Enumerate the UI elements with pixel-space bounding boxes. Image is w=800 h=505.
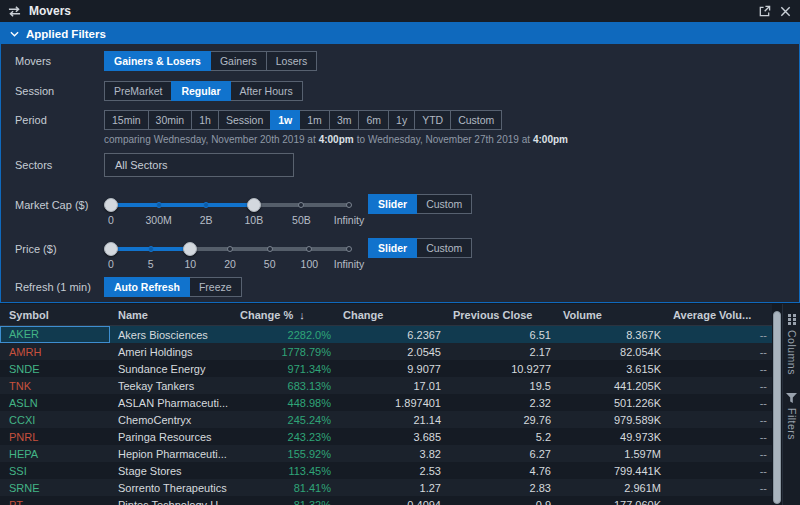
change-pct-cell: 448.98% — [232, 397, 335, 409]
symbol-cell: CCXI — [0, 414, 110, 426]
option-1y[interactable]: 1y — [388, 110, 415, 130]
slider-tick-label: 20 — [224, 258, 236, 270]
table-row-pnrl[interactable]: PNRLParinga Resources243.23%3.6855.249.9… — [0, 428, 772, 445]
vertical-scrollbar[interactable] — [772, 304, 782, 505]
change-cell: 9.9077 — [335, 363, 445, 375]
volume-cell: 979.589K — [555, 414, 665, 426]
average-volume-cell: -- — [665, 363, 771, 375]
slider-tick-label: 10 — [184, 258, 196, 270]
symbol-cell: SNDE — [0, 363, 110, 375]
title-bar: Movers — [0, 0, 800, 22]
table-row-snde[interactable]: SNDESundance Energy971.34%9.907710.92773… — [0, 360, 772, 377]
column-header-volume[interactable]: Volume — [555, 309, 665, 321]
column-header-name[interactable]: Name — [110, 309, 232, 321]
change-cell: 1.897401 — [335, 397, 445, 409]
table-row-asln[interactable]: ASLNASLAN Pharmaceuti...448.98%1.8974012… — [0, 394, 772, 411]
option-custom[interactable]: Custom — [416, 194, 472, 214]
column-header-change[interactable]: Change — [335, 309, 445, 321]
option-slider[interactable]: Slider — [368, 194, 417, 214]
slider-handle[interactable] — [104, 198, 118, 212]
column-header-change-[interactable]: Change %↓ — [232, 309, 335, 321]
option-after-hours[interactable]: After Hours — [230, 81, 303, 101]
table-row-hepa[interactable]: HEPAHepion Pharmaceuti...155.92%3.826.27… — [0, 445, 772, 462]
slider-handle[interactable] — [247, 198, 261, 212]
option-regular[interactable]: Regular — [171, 81, 230, 101]
option-1w[interactable]: 1w — [270, 110, 300, 130]
table-row-ssi[interactable]: SSIStage Stores113.45%2.534.76799.441K-- — [0, 462, 772, 479]
volume-cell: 799.441K — [555, 465, 665, 477]
table-row-pt[interactable]: PTPintec Technology H...81.32%0.40940.91… — [0, 496, 772, 505]
slider-tick-label: 0 — [108, 214, 114, 226]
slider-handle[interactable] — [183, 242, 197, 256]
slider-tick — [298, 202, 304, 208]
option-6m[interactable]: 6m — [358, 110, 389, 130]
name-cell: Paringa Resources — [110, 431, 232, 443]
open-in-window-icon[interactable] — [758, 5, 771, 18]
option-premarket[interactable]: PreMarket — [104, 81, 172, 101]
option-slider[interactable]: Slider — [368, 238, 417, 258]
applied-filters-header[interactable]: Applied Filters — [1, 23, 799, 44]
columns-tab-label: Columns — [786, 330, 798, 375]
slider-tick — [346, 202, 352, 208]
table-row-amrh[interactable]: AMRHAmeri Holdings1778.79%2.05452.1782.0… — [0, 343, 772, 360]
sectors-value: All Sectors — [115, 159, 168, 171]
option-ytd[interactable]: YTD — [414, 110, 451, 130]
previous-close-cell: 10.9277 — [445, 363, 555, 375]
sectors-label: Sectors — [15, 159, 104, 171]
option-auto-refresh[interactable]: Auto Refresh — [104, 277, 190, 297]
movers-filter-row: Movers Gainers & LosersGainersLosers — [15, 51, 791, 71]
change-pct-cell: 683.13% — [232, 380, 335, 392]
option-gainers-losers[interactable]: Gainers & Losers — [104, 51, 211, 71]
option-gainers[interactable]: Gainers — [210, 51, 267, 71]
table-row-aker[interactable]: AKERAkers Biosciences2282.0%6.23676.518.… — [0, 326, 772, 343]
option-losers[interactable]: Losers — [266, 51, 318, 71]
average-volume-cell: -- — [665, 414, 771, 426]
slider-tick — [203, 202, 209, 208]
change-cell: 21.14 — [335, 414, 445, 426]
option-freeze[interactable]: Freeze — [189, 277, 242, 297]
change-pct-cell: 245.24% — [232, 414, 335, 426]
movers-window: Movers Applied Filters Movers Gainers & … — [0, 0, 800, 505]
market-cap-slider[interactable]: 0300M2B10B50BInfinity — [104, 194, 356, 228]
period-label: Period — [15, 114, 104, 126]
price-slider[interactable]: 05102050100Infinity — [104, 238, 356, 272]
column-header-symbol[interactable]: Symbol — [0, 309, 110, 321]
previous-close-cell: 5.2 — [445, 431, 555, 443]
previous-close-cell: 2.17 — [445, 346, 555, 358]
table-row-ccxi[interactable]: CCXIChemoCentryx245.24%21.1429.76979.589… — [0, 411, 772, 428]
previous-close-cell: 4.76 — [445, 465, 555, 477]
movers-table: SymbolNameChange %↓ChangePrevious CloseV… — [0, 304, 772, 505]
price-mode-group: SliderCustom — [368, 238, 472, 258]
average-volume-cell: -- — [665, 465, 771, 477]
sectors-dropdown[interactable]: All Sectors — [104, 153, 294, 177]
option-15min[interactable]: 15min — [104, 110, 149, 130]
swap-arrows-icon[interactable] — [8, 5, 21, 18]
filters-tab-label: Filters — [786, 408, 798, 440]
option-session[interactable]: Session — [218, 110, 271, 130]
option-1h[interactable]: 1h — [191, 110, 219, 130]
table-row-tnk[interactable]: TNKTeekay Tankers683.13%17.0119.5441.205… — [0, 377, 772, 394]
option-3m[interactable]: 3m — [329, 110, 360, 130]
close-icon[interactable] — [779, 5, 792, 18]
column-header-average-volu-[interactable]: Average Volu... — [665, 309, 771, 321]
average-volume-cell: -- — [665, 329, 771, 341]
slider-handle[interactable] — [104, 242, 118, 256]
option-custom[interactable]: Custom — [416, 238, 472, 258]
change-pct-cell: 243.23% — [232, 431, 335, 443]
option-custom[interactable]: Custom — [450, 110, 502, 130]
change-cell: 3.82 — [335, 448, 445, 460]
side-tab-filters[interactable]: Filters — [786, 393, 798, 440]
side-tab-columns[interactable]: Columns — [786, 314, 798, 375]
side-tab-strip: Columns Filters — [782, 304, 800, 505]
scrollbar-thumb[interactable] — [773, 311, 781, 504]
change-cell: 0.4094 — [335, 499, 445, 505]
column-header-previous-close[interactable]: Previous Close — [445, 309, 555, 321]
name-cell: Akers Biosciences — [110, 329, 232, 341]
option-1m[interactable]: 1m — [299, 110, 330, 130]
previous-close-cell: 6.27 — [445, 448, 555, 460]
symbol-cell: TNK — [0, 380, 110, 392]
table-row-srne[interactable]: SRNESorrento Therapeutics81.41%1.272.832… — [0, 479, 772, 496]
movers-label: Movers — [15, 55, 104, 67]
name-cell: Pintec Technology H... — [110, 499, 232, 505]
option-30min[interactable]: 30min — [148, 110, 193, 130]
